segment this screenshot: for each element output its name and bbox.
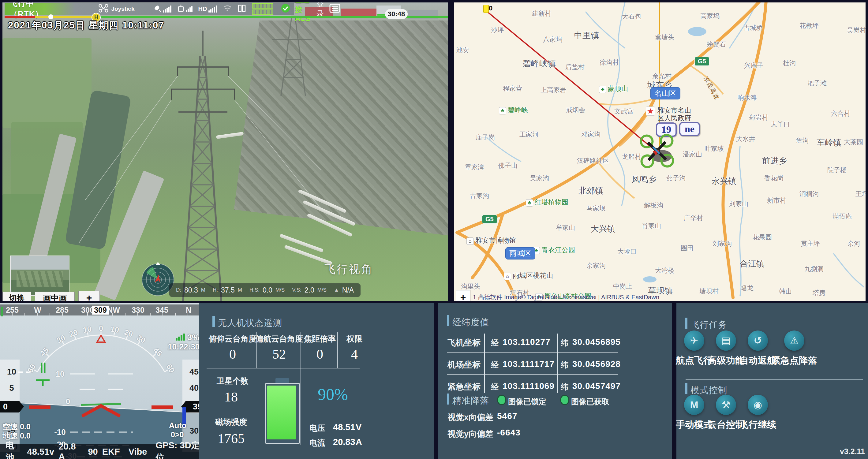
voltage-unit: V (355, 422, 362, 432)
battery-cells-indicator (252, 3, 273, 15)
map-label: 耙子滩 (807, 79, 827, 88)
task-button-icon: ↺ (748, 331, 768, 351)
status-check-icon (281, 3, 290, 14)
hspeed-value: 0.0 (262, 286, 272, 294)
vision-x-label: 视觉x向偏差 (447, 412, 493, 423)
map-label: 红塔植物园 (526, 198, 568, 207)
home-lat: 30.0456928 (572, 359, 621, 369)
height-label: H: (213, 287, 218, 293)
section-bar (685, 383, 687, 394)
map-label: 雅安市博物馆 (466, 236, 516, 245)
switch-view-button[interactable]: 切换 (2, 292, 31, 301)
joystick-icon (98, 4, 108, 14)
current-label: 电流 (309, 437, 326, 448)
zoom-ratio-label: 焦距倍率 (304, 334, 336, 344)
mode-button-icon: ◉ (748, 395, 768, 415)
map-attribution: 1 高德软件 Image© DigitalGlobe & chinasiwei … (473, 293, 659, 301)
timeline-elapsed-red (5, 16, 35, 18)
map-label: 解板沟 (644, 201, 663, 210)
airspeed-row: 空速 0.0 (2, 422, 31, 432)
hspeed-label: H.S: (249, 287, 259, 293)
map-label: 塔房 (813, 288, 826, 297)
map-label: 塘坝村 (700, 287, 719, 296)
acs-connected-label: 已连接ACS (295, 2, 310, 23)
map-label: 汉碑路社区 (577, 156, 609, 165)
map-label: 车岭镇 (816, 137, 841, 148)
map-label: 前进乡 (762, 155, 787, 166)
map-label: 余家沟 (586, 261, 606, 270)
section-bar (447, 394, 449, 404)
map-label: 响水滩 (738, 93, 757, 102)
map-label: 北郊镇 (579, 185, 603, 196)
image-locked-label: 图像已锁定 (508, 397, 546, 407)
menu-icon[interactable] (329, 4, 340, 14)
map-label: 韩山 (779, 287, 792, 296)
current-speed-pointer: 0 (0, 401, 24, 412)
map-label: 大湾楼 (655, 266, 674, 275)
map-label: 池安 (456, 46, 469, 55)
map-label: 圈田 (681, 244, 693, 252)
map-label: 六合村 (831, 109, 850, 118)
map-label: 合江镇 (740, 258, 765, 269)
aircraft-coord-label: 飞机坐标 (447, 337, 480, 348)
gps-fix-label: GPS: 3D定位 (155, 439, 202, 459)
emergency-coord-label: 紧急坐标 (447, 381, 480, 392)
map-panel[interactable]: 建新村大石包高家坞古城桥花楸坪吴岗村窝塘头螃蟹石沙坪八家坞池安兴庵子杜沟余光村徐… (454, 2, 866, 301)
aircraft-lng: 103.110277 (502, 337, 550, 347)
timeline-segment-yellow (35, 16, 93, 18)
video-datetime-overlay: 2021年03月25日 星期四 10:11:07 (8, 19, 165, 32)
map-label: 杜沟 (783, 59, 796, 67)
map-label: 中里镇 (574, 30, 599, 41)
map-label: 佛子山 (498, 161, 518, 170)
mag-strength-value: 1765 (218, 431, 245, 447)
app-version: v3.2.11 (840, 447, 865, 456)
terrain-value: N/A (342, 286, 354, 294)
vspeed-value: 2.0 (305, 286, 314, 294)
mode-button[interactable]: ◉ 飞行继续 (732, 395, 784, 431)
mission-timeline[interactable]: H (5, 16, 448, 18)
current-unit: A (355, 437, 362, 447)
map-label: 戒烟会 (566, 105, 585, 114)
vision-x-value: 5467 (497, 411, 517, 421)
waypoint-partial-badge[interactable]: ne (679, 122, 700, 136)
record-timer: 30:48 (385, 9, 408, 19)
current-value: 20.83 (333, 437, 355, 447)
map-label: 王坪 (856, 190, 866, 198)
attitude-hud-panel: 255W285300NW330345N 309 6045302010010203… (0, 303, 202, 459)
timeline-position-dot[interactable] (49, 14, 53, 19)
transmission-tower-graphic (79, 10, 324, 301)
pitch-gimbal-label: 俯仰云台角度 (209, 334, 256, 344)
yaw-gimbal-label: 偏航云台角度 (255, 334, 303, 344)
drone-map-icon[interactable] (638, 132, 677, 172)
path-start-marker-icon (483, 5, 489, 13)
map-label: 八家坞 (543, 35, 562, 44)
map-label: 涧桐沟 (800, 190, 819, 198)
uav-telemetry-panel: 无人机状态遥测 俯仰云台角度 偏航云台角度 焦距倍率 权限 0 52 0 4 卫… (199, 303, 434, 459)
map-label: 建新村 (532, 9, 551, 18)
battery-percent-value: 90% (318, 385, 348, 404)
battery-label: 电池 (5, 439, 23, 459)
pip-thumbnail[interactable] (10, 255, 69, 296)
ekf-label: EKF (102, 447, 120, 457)
battery-percent: 90 (88, 447, 98, 457)
map-label: 上高家岩 (540, 86, 566, 94)
video-feed-panel: 飞行中（RTK） Joystick (2, 2, 448, 301)
map-label: 徐沟村 (599, 58, 619, 67)
link-signal-percent: 3% (187, 333, 199, 342)
task-button[interactable]: ⚠ 紧急点降落 (768, 331, 820, 367)
distance-value: 80.3 (184, 286, 198, 294)
map-label: 肖家山 (642, 221, 661, 230)
map-label: 牟家山 (556, 223, 575, 232)
yaw-gimbal-value: 52 (272, 346, 286, 362)
map-label: 广华村 (684, 214, 703, 222)
map-label: 大丫口 (771, 120, 790, 128)
map-label: 永兴镇 (712, 176, 736, 187)
map-label: 文武宫 (614, 107, 633, 116)
zoom-plus-button[interactable]: + (79, 291, 100, 301)
map-label: 詹沟 (796, 136, 809, 145)
pip-button[interactable]: 画中画 (35, 292, 75, 301)
telemetry-title: 无人机状态遥测 (218, 317, 282, 329)
home-coord-label: 机场坐标 (447, 359, 480, 370)
map-zoom-in-button[interactable]: + (456, 290, 470, 301)
map-label: 沟里头 (461, 282, 480, 291)
